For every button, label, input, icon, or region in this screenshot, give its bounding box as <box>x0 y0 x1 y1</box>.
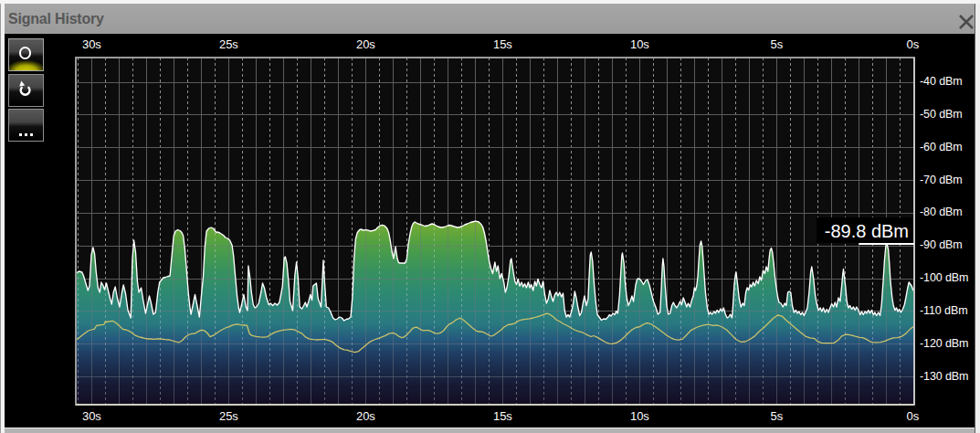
svg-text:-89.8 dBm: -89.8 dBm <box>825 221 909 241</box>
